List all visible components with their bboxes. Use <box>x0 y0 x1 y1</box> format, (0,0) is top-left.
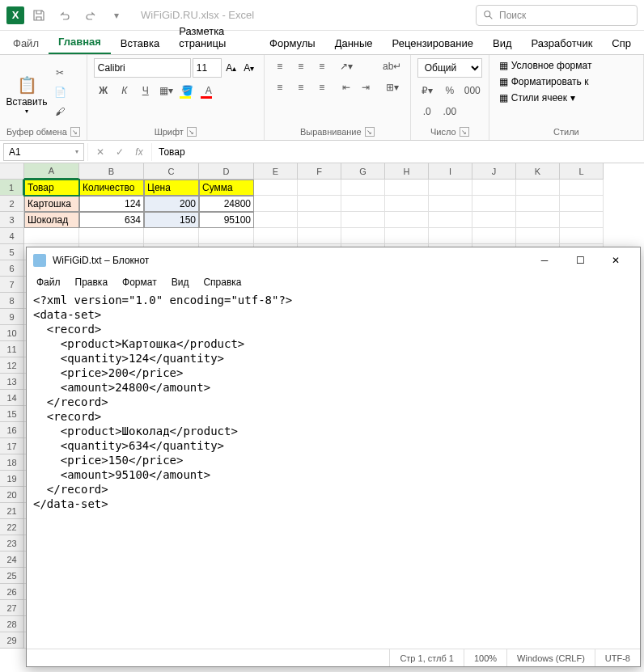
row-header[interactable]: 6 <box>0 260 24 277</box>
cell[interactable] <box>341 196 385 212</box>
row-header[interactable]: 13 <box>0 374 24 390</box>
cell[interactable] <box>472 180 516 196</box>
tab-review[interactable]: Рецензирование <box>383 32 483 54</box>
decrease-indent-icon[interactable]: ⇤ <box>337 79 355 95</box>
close-button[interactable]: ✕ <box>598 248 633 273</box>
comma-icon[interactable]: 000 <box>463 82 482 99</box>
tab-insert[interactable]: Вставка <box>111 32 169 54</box>
row-header[interactable]: 27 <box>0 600 24 616</box>
row-header[interactable]: 7 <box>0 277 24 293</box>
italic-button[interactable]: К <box>115 82 134 99</box>
number-format-select[interactable]: Общий <box>417 58 482 78</box>
increase-decimal-icon[interactable]: .0 <box>417 104 437 120</box>
row-header[interactable]: 29 <box>0 632 24 649</box>
cell[interactable] <box>560 196 604 212</box>
tab-help[interactable]: Спр <box>602 32 641 54</box>
row-header[interactable]: 11 <box>0 341 24 357</box>
row-header[interactable]: 14 <box>0 390 24 406</box>
cell[interactable] <box>199 228 254 244</box>
align-bottom-icon[interactable]: ≡ <box>313 58 331 74</box>
maximize-button[interactable]: ☐ <box>562 248 598 273</box>
col-header-i[interactable]: I <box>429 163 472 180</box>
align-center-icon[interactable]: ≡ <box>292 79 310 95</box>
col-header-g[interactable]: G <box>341 163 385 180</box>
cell[interactable]: 24800 <box>199 196 254 212</box>
orientation-icon[interactable]: ↗▾ <box>337 58 355 74</box>
search-box[interactable]: Поиск <box>476 5 638 26</box>
conditional-formatting-button[interactable]: ▦Условное формат <box>496 58 595 73</box>
row-header[interactable]: 4 <box>0 228 24 244</box>
name-box[interactable]: A1▾ <box>3 143 84 161</box>
cell[interactable]: 150 <box>144 212 199 228</box>
tab-formulas[interactable]: Формулы <box>260 32 325 54</box>
cell[interactable] <box>516 228 560 244</box>
increase-font-icon[interactable]: A▴ <box>223 58 239 78</box>
col-header-d[interactable]: D <box>199 163 254 180</box>
format-as-table-button[interactable]: ▦Форматировать к <box>496 74 595 89</box>
row-header[interactable]: 10 <box>0 325 24 341</box>
cell[interactable] <box>385 180 429 196</box>
row-header[interactable]: 1 <box>0 180 24 196</box>
cell[interactable] <box>472 196 516 212</box>
cell[interactable]: Сумма <box>199 180 254 196</box>
cell[interactable] <box>341 212 385 228</box>
paste-button[interactable]: 📋 Вставить ▾ <box>6 58 47 115</box>
notepad-titlebar[interactable]: WiFiGiD.txt – Блокнот ─ ☐ ✕ <box>27 247 640 273</box>
cell[interactable] <box>341 180 385 196</box>
cell[interactable]: Картошка <box>24 196 79 212</box>
align-middle-icon[interactable]: ≡ <box>292 58 310 74</box>
row-header[interactable]: 8 <box>0 293 24 309</box>
cell[interactable] <box>254 196 298 212</box>
cell[interactable]: Цена <box>144 180 199 196</box>
cell[interactable] <box>472 212 516 228</box>
cell[interactable]: Шоколад <box>24 212 79 228</box>
cell[interactable] <box>298 212 341 228</box>
cell[interactable] <box>560 180 604 196</box>
customize-qat-icon[interactable]: ▾ <box>105 4 128 27</box>
row-header[interactable]: 28 <box>0 616 24 632</box>
save-icon[interactable] <box>28 4 50 27</box>
tab-data[interactable]: Данные <box>325 32 383 54</box>
row-header[interactable]: 24 <box>0 552 24 568</box>
menu-format[interactable]: Формат <box>116 275 163 290</box>
enter-formula-icon[interactable]: ✓ <box>111 143 129 161</box>
minimize-button[interactable]: ─ <box>527 248 562 273</box>
percent-icon[interactable]: % <box>440 82 460 99</box>
decrease-font-icon[interactable]: A▾ <box>241 58 257 78</box>
notepad-window[interactable]: WiFiGiD.txt – Блокнот ─ ☐ ✕ Файл Правка … <box>26 247 641 667</box>
row-header[interactable]: 2 <box>0 196 24 212</box>
cell[interactable] <box>298 228 341 244</box>
tab-home[interactable]: Главная <box>49 31 111 54</box>
row-header[interactable]: 9 <box>0 309 24 325</box>
row-header[interactable]: 16 <box>0 422 24 438</box>
cell[interactable] <box>144 228 199 244</box>
menu-help[interactable]: Справка <box>197 275 248 290</box>
tab-pagelayout[interactable]: Разметка страницы <box>169 20 260 54</box>
merge-center-button[interactable]: ⊞▾ <box>381 79 404 95</box>
cell[interactable]: 124 <box>79 196 144 212</box>
bold-button[interactable]: Ж <box>94 82 113 99</box>
underline-button[interactable]: Ч <box>136 82 155 99</box>
number-dialog-launcher[interactable]: ↘ <box>460 127 469 137</box>
col-header-h[interactable]: H <box>385 163 429 180</box>
align-top-icon[interactable]: ≡ <box>271 58 289 74</box>
formula-input[interactable]: Товар <box>152 143 644 161</box>
cell[interactable] <box>298 196 341 212</box>
col-header-f[interactable]: F <box>298 163 341 180</box>
cell[interactable]: 200 <box>144 196 199 212</box>
cell[interactable] <box>79 228 144 244</box>
col-header-a[interactable]: A <box>24 163 79 180</box>
row-header[interactable]: 23 <box>0 535 24 552</box>
cell[interactable]: 95100 <box>199 212 254 228</box>
cell[interactable] <box>385 196 429 212</box>
row-header[interactable]: 18 <box>0 454 24 471</box>
cell[interactable] <box>341 228 385 244</box>
cell[interactable] <box>254 228 298 244</box>
select-all-corner[interactable] <box>0 163 24 180</box>
cell[interactable] <box>429 228 472 244</box>
currency-icon[interactable]: ₽▾ <box>417 82 437 99</box>
row-header[interactable]: 19 <box>0 471 24 487</box>
undo-icon[interactable] <box>53 4 76 27</box>
tab-view[interactable]: Вид <box>483 32 522 54</box>
row-header[interactable]: 25 <box>0 568 24 584</box>
